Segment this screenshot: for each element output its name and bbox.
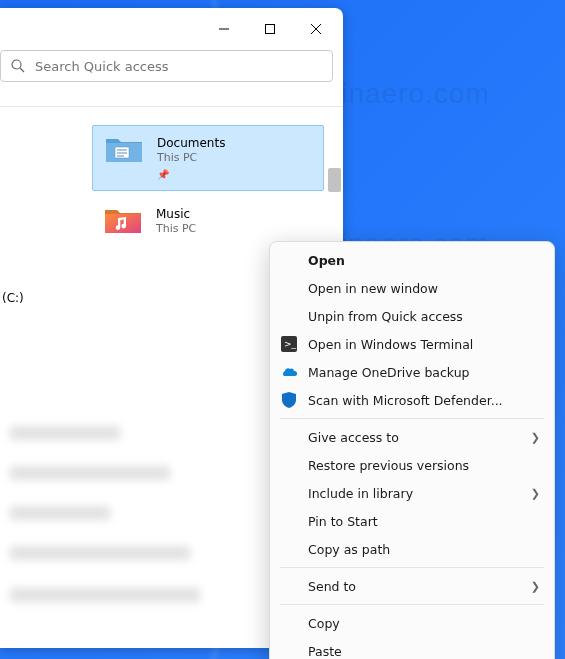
menu-open-terminal[interactable]: >_ Open in Windows Terminal	[270, 330, 554, 358]
menu-copy-path[interactable]: Copy as path	[270, 535, 554, 563]
search-box[interactable]	[0, 50, 333, 82]
blurred-item	[10, 466, 170, 480]
svg-text:>_: >_	[284, 339, 297, 349]
menu-pin-start[interactable]: Pin to Start	[270, 507, 554, 535]
terminal-icon: >_	[280, 335, 298, 353]
watermark-text: winaero.com	[320, 78, 490, 110]
menu-paste[interactable]: Paste	[270, 637, 554, 659]
folder-name: Music	[156, 206, 196, 222]
menu-scan-defender[interactable]: Scan with Microsoft Defender...	[270, 386, 554, 414]
maximize-icon	[265, 24, 275, 34]
close-button[interactable]	[293, 13, 339, 45]
blurred-item	[10, 426, 120, 440]
menu-onedrive-backup[interactable]: Manage OneDrive backup	[270, 358, 554, 386]
chevron-right-icon: ❯	[531, 580, 540, 593]
search-input[interactable]	[35, 59, 322, 74]
folder-location: This PC	[157, 151, 225, 166]
menu-open-new-window[interactable]: Open in new window	[270, 274, 554, 302]
minimize-icon	[219, 24, 229, 34]
documents-folder-icon	[105, 134, 143, 164]
minimize-button[interactable]	[201, 13, 247, 45]
svg-line-5	[20, 68, 24, 72]
scrollbar-thumb[interactable]	[328, 168, 341, 192]
blurred-item	[10, 588, 200, 602]
chevron-right-icon: ❯	[531, 431, 540, 444]
maximize-button[interactable]	[247, 13, 293, 45]
menu-send-to[interactable]: Send to ❯	[270, 572, 554, 600]
svg-rect-1	[266, 25, 275, 34]
pin-icon: 📌	[157, 168, 169, 182]
onedrive-icon	[280, 363, 298, 381]
drive-label: (C:)	[0, 291, 24, 305]
context-menu: Open Open in new window Unpin from Quick…	[269, 241, 555, 659]
folder-item-music[interactable]: Music This PC	[92, 197, 324, 245]
menu-copy[interactable]: Copy	[270, 609, 554, 637]
titlebar	[0, 8, 343, 50]
folder-item-documents[interactable]: Documents This PC 📌	[92, 125, 324, 191]
chevron-right-icon: ❯	[531, 487, 540, 500]
search-icon	[11, 59, 25, 73]
folder-name: Documents	[157, 135, 225, 151]
menu-give-access-to[interactable]: Give access to ❯	[270, 423, 554, 451]
shield-icon	[280, 391, 298, 409]
menu-unpin-quick-access[interactable]: Unpin from Quick access	[270, 302, 554, 330]
blurred-item	[10, 546, 190, 560]
menu-restore-versions[interactable]: Restore previous versions	[270, 451, 554, 479]
menu-include-library[interactable]: Include in library ❯	[270, 479, 554, 507]
blurred-item	[10, 506, 110, 520]
folder-location: This PC	[156, 222, 196, 237]
svg-point-4	[12, 60, 21, 69]
menu-open[interactable]: Open	[270, 246, 554, 274]
close-icon	[311, 24, 321, 34]
music-folder-icon	[104, 205, 142, 235]
